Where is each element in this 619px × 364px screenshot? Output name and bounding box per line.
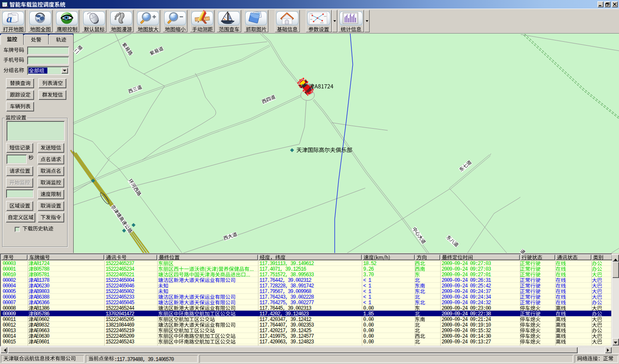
svg-text:a: a (6, 12, 12, 25)
